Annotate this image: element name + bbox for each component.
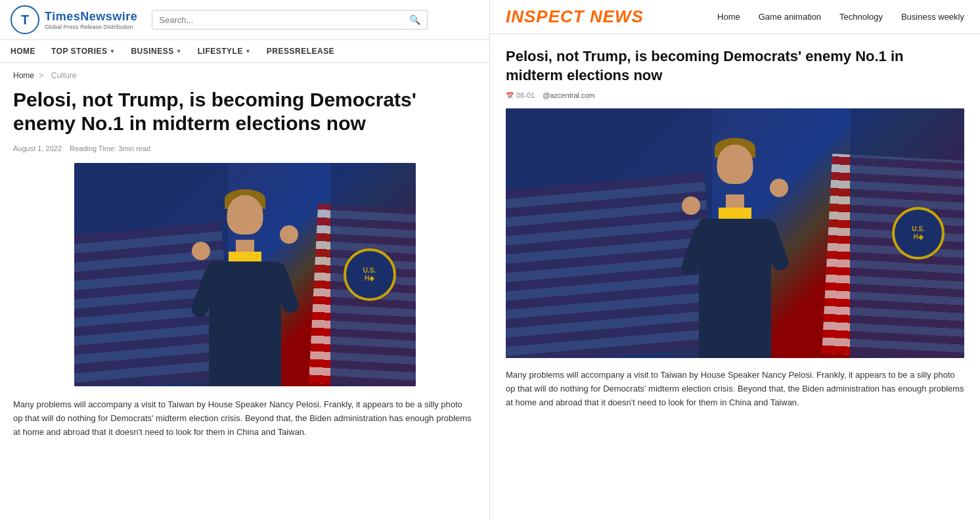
left-header: T TimesNewswire Global Press Release Dis… [0,0,489,40]
right-article-title: Pelosi, not Trump, is becoming Democrats… [506,47,952,85]
chevron-down-icon: ▼ [245,48,251,55]
right-article-body: Many problems will accompany a visit to … [506,369,964,409]
site-name: TimesNewswire [45,10,137,24]
left-panel: T TimesNewswire Global Press Release Dis… [0,0,490,519]
article-body: Many problems will accompany a visit to … [13,398,473,439]
logo-icon: T [11,5,39,34]
right-press-conference-scene: U.S.H◆ [506,108,964,358]
person-hand-left [192,242,210,260]
us-seal: U.S.H◆ [344,248,396,301]
right-content: Pelosi, not Trump, is becoming Democrats… [490,34,980,423]
person-head [227,195,263,235]
right-article-date: 08-01 [516,91,535,99]
left-nav: HOME TOP STORIES ▼ BUSINESS ▼ LIFESTYLE … [0,40,489,63]
right-us-seal: U.S.H◆ [892,207,945,260]
article-meta: August 1, 2022 Reading Time: 3min read [13,145,476,152]
person-hand-right [280,225,298,244]
search-bar[interactable]: 🔍 [152,10,428,30]
article-reading-time: Reading Time: 3min read [70,145,150,152]
nav-business[interactable]: BUSINESS ▼ [131,47,181,56]
right-person-silhouette [676,133,794,358]
right-nav-business-weekly[interactable]: Business weekly [901,12,964,22]
right-person-suit [699,219,771,358]
right-person-neck [726,194,744,208]
logo-text: TimesNewswire Global Press Release Distr… [45,10,137,30]
nav-lifestyle[interactable]: LIFESTYLE ▼ [198,47,251,56]
right-article-meta: 📅 08-01 @azcentral.com [506,91,964,99]
meta-date: 📅 08-01 [506,91,535,99]
person-silhouette [186,185,304,386]
site-tagline: Global Press Release Distribution [45,24,137,30]
breadcrumb-section: Culture [51,71,77,80]
right-person-hand-left [682,196,700,215]
at-icon: @ [543,91,550,99]
press-conference-scene: U.S.H◆ [74,163,416,386]
breadcrumb: Home > Culture [13,71,476,80]
right-person-hand-right [770,179,788,197]
search-icon[interactable]: 🔍 [409,14,420,25]
person-neck [236,240,254,253]
left-content: Home > Culture Pelosi, not Trump, is bec… [0,63,489,452]
logo-area: T TimesNewswire Global Press Release Dis… [11,5,137,34]
right-nav-game-animation[interactable]: Game animation [759,12,821,22]
chevron-down-icon: ▼ [176,48,182,55]
right-article-image: U.S.H◆ [506,108,964,358]
article-source: @azcentral.com [543,91,595,99]
right-panel: INSPECT NEWS Home Game animation Technol… [490,0,980,519]
right-header: INSPECT NEWS Home Game animation Technol… [490,0,980,34]
right-nav-home[interactable]: Home [717,12,740,22]
search-input[interactable] [159,15,409,25]
right-nav: Home Game animation Technology Business … [717,12,964,22]
nav-home[interactable]: HOME [11,47,35,56]
inspect-news-logo: INSPECT NEWS [506,7,644,27]
right-nav-technology[interactable]: Technology [839,12,883,22]
nav-pressrelease[interactable]: PRESSRELEASE [267,47,334,56]
article-title: Pelosi, not Trump, is becoming Democrats… [13,88,460,135]
nav-top-stories[interactable]: TOP STORIES ▼ [51,47,115,56]
person-suit [209,261,281,386]
article-date: August 1, 2022 [13,145,62,152]
right-person-head [717,145,753,184]
chevron-down-icon: ▼ [110,48,116,55]
calendar-icon: 📅 [506,92,514,99]
breadcrumb-separator: > [39,71,43,80]
article-image: U.S.H◆ [74,163,416,386]
breadcrumb-home[interactable]: Home [13,71,34,80]
